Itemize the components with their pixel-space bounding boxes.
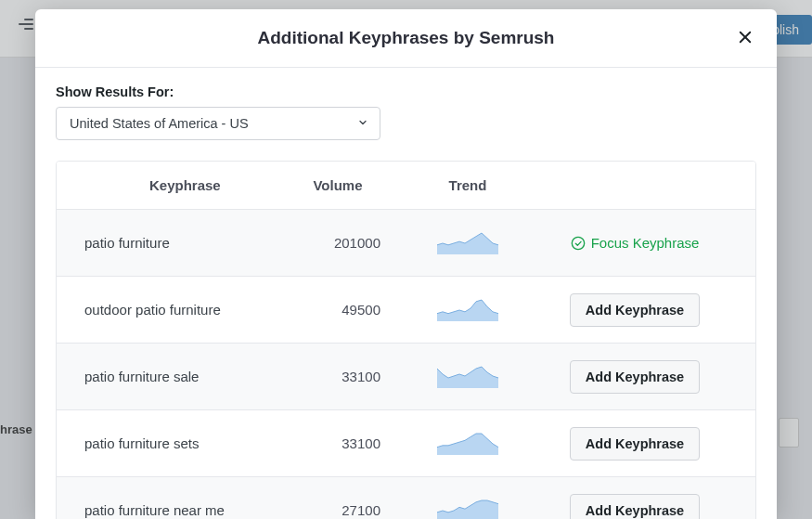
- column-trend: Trend: [393, 177, 542, 193]
- country-select-value: United States of America - US: [70, 116, 249, 131]
- cell-keyphrase: outdoor patio furniture: [84, 302, 282, 318]
- column-volume: Volume: [282, 177, 393, 193]
- add-keyphrase-button[interactable]: Add Keyphrase: [570, 427, 700, 461]
- table-row: patio furniture201000 Focus Keyphrase: [57, 210, 755, 277]
- table-row: patio furniture sale33100 Add Keyphrase: [57, 344, 755, 410]
- modal-header: Additional Keyphrases by Semrush: [35, 9, 777, 68]
- background-input-fragment: [779, 418, 799, 448]
- cell-volume: 33100: [282, 435, 393, 451]
- cell-action: Add Keyphrase: [542, 293, 728, 327]
- sparkline-icon: [437, 433, 498, 455]
- filter-label: Show Results For:: [56, 84, 756, 99]
- cell-keyphrase: patio furniture sale: [84, 369, 282, 384]
- modal-body: Show Results For: United States of Ameri…: [35, 68, 777, 519]
- cell-volume: 27100: [282, 502, 393, 518]
- add-keyphrase-button[interactable]: Add Keyphrase: [570, 293, 700, 327]
- table-header: Keyphrase Volume Trend: [57, 162, 755, 210]
- sparkline-icon: [437, 232, 498, 254]
- close-button[interactable]: [732, 24, 758, 50]
- table-row: outdoor patio furniture49500 Add Keyphra…: [57, 277, 755, 344]
- focus-keyphrase-label: Focus Keyphrase: [571, 235, 700, 251]
- cell-trend: [393, 299, 542, 321]
- cell-action: Add Keyphrase: [542, 427, 728, 461]
- column-keyphrase: Keyphrase: [84, 177, 282, 193]
- svg-point-2: [572, 237, 584, 249]
- cell-action: Focus Keyphrase: [542, 235, 728, 251]
- close-icon: [737, 29, 754, 45]
- add-keyphrase-button[interactable]: Add Keyphrase: [570, 360, 700, 394]
- keyphrases-modal: Additional Keyphrases by Semrush Show Re…: [35, 9, 777, 519]
- check-circle-icon: [571, 236, 586, 251]
- cell-volume: 33100: [282, 369, 393, 384]
- cell-volume: 49500: [282, 302, 393, 318]
- cell-keyphrase: patio furniture near me: [84, 502, 282, 518]
- cell-action: Add Keyphrase: [542, 360, 728, 394]
- keyphrase-table: Keyphrase Volume Trend patio furniture20…: [56, 161, 756, 519]
- sparkline-icon: [437, 366, 498, 388]
- cell-volume: 201000: [282, 235, 393, 251]
- cell-action: Add Keyphrase: [542, 494, 728, 520]
- cell-trend: [393, 433, 542, 455]
- table-row: patio furniture near me27100 Add Keyphra…: [57, 477, 755, 519]
- modal-title: Additional Keyphrases by Semrush: [58, 28, 754, 48]
- sparkline-icon: [437, 299, 498, 321]
- menu-icon[interactable]: [19, 19, 33, 30]
- sparkline-icon: [437, 500, 498, 520]
- cell-trend: [393, 366, 542, 388]
- country-select[interactable]: United States of America - US: [56, 107, 380, 140]
- cell-trend: [393, 500, 542, 520]
- add-keyphrase-button[interactable]: Add Keyphrase: [570, 494, 700, 520]
- cell-keyphrase: patio furniture sets: [84, 435, 282, 451]
- sidebar-label-fragment: hrase: [0, 422, 32, 436]
- table-row: patio furniture sets33100 Add Keyphrase: [57, 410, 755, 477]
- chevron-down-icon: [357, 116, 368, 131]
- cell-trend: [393, 232, 542, 254]
- cell-keyphrase: patio furniture: [84, 235, 282, 251]
